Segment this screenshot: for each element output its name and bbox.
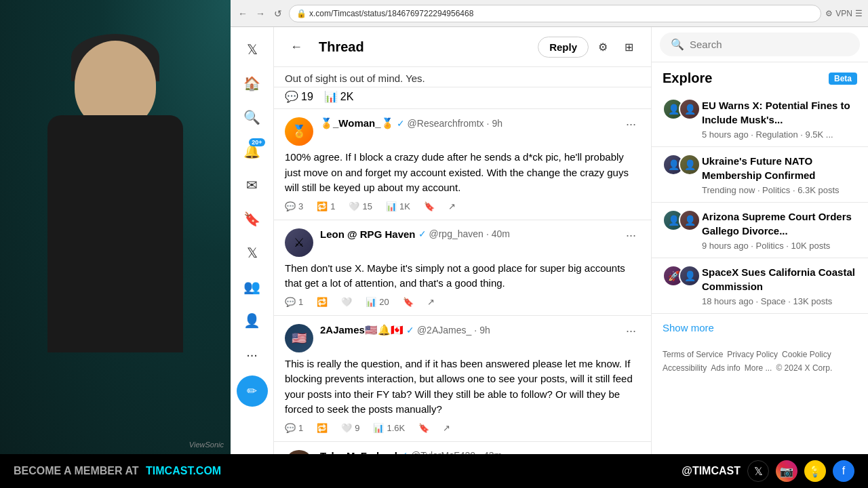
address-bar[interactable]: 🔒 x.com/Timcast/status/18467697222949564… — [289, 5, 821, 22]
vpn-icon[interactable]: VPN — [835, 9, 852, 18]
trending-meta-arizona: 9 hours ago · Politics · 10K posts — [702, 241, 857, 251]
reply-button[interactable]: Reply — [538, 37, 589, 58]
twitter-sidebar: 𝕏 🏠 🔍 🔔 20+ ✉ 🔖 � — [231, 27, 274, 454]
sidebar-item-more[interactable]: ··· — [237, 339, 268, 370]
views-action-2ajames[interactable]: 📊 1.6K — [373, 423, 405, 433]
share-action-woman[interactable]: ↗ — [448, 201, 456, 211]
browser-icons: ⚙ VPN ☰ — [825, 9, 863, 18]
tweet-age-2ajames: 9h — [479, 325, 490, 336]
share-icon: ↗ — [443, 423, 450, 433]
like-action-woman[interactable]: 🤍 15 — [349, 201, 372, 211]
bottom-bar: BECOME A MEMBER AT TIMCAST.COM @TIMCAST … — [0, 454, 868, 488]
show-more-button[interactable]: Show more — [652, 314, 868, 342]
bookmark-action-leon[interactable]: 🔖 — [403, 297, 414, 307]
avatar-woman[interactable]: 🏅 — [285, 117, 313, 146]
forward-button[interactable]: → — [254, 7, 267, 20]
trending-headline-spacex: SpaceX Sues California Coastal Commissio… — [702, 265, 857, 293]
top-reply-action[interactable]: 💬 19 — [285, 90, 313, 103]
top-views-action[interactable]: 📊 2K — [324, 90, 354, 103]
footer-cookie[interactable]: Cookie Policy — [782, 350, 831, 359]
sidebar-item-x[interactable]: 𝕏 — [237, 237, 268, 268]
share-action-2ajames[interactable]: ↗ — [443, 423, 450, 433]
like-icon: 🤍 — [341, 423, 352, 433]
retweet-icon: 🔁 — [317, 201, 328, 211]
reply-action-woman[interactable]: 💬 3 — [285, 201, 303, 211]
settings-icon-btn[interactable]: ⚙ — [591, 35, 614, 58]
views-action-woman[interactable]: 📊 1K — [386, 201, 410, 211]
retweet-action-2ajames[interactable]: 🔁 — [317, 423, 328, 433]
sidebar-item-search[interactable]: 🔍 — [237, 102, 268, 133]
like-icon: 🤍 — [349, 201, 359, 211]
avatar-2ajames[interactable]: 🇺🇸 — [285, 324, 313, 352]
extensions-icon[interactable]: ⚙ — [825, 9, 833, 18]
views-action-leon[interactable]: 📊 20 — [366, 297, 389, 307]
share-action-leon[interactable]: ↗ — [427, 297, 435, 307]
trending-item-arizona[interactable]: 👤 👤 Arizona Supreme Court Orders Gallego… — [652, 203, 868, 258]
verified-badge-2ajames: ✓ — [406, 325, 414, 336]
tweet-more-leon[interactable]: ··· — [622, 228, 640, 243]
menu-icon[interactable]: ☰ — [855, 9, 863, 18]
trending-avatar: 👤 — [679, 98, 701, 120]
tweet-leon: ⚔ Leon @ RPG Haven ✓ @rpg_haven · 40m ··… — [274, 220, 651, 316]
footer-terms[interactable]: Terms of Service — [663, 350, 723, 359]
trending-item-eu[interactable]: 👤 👤 EU Warns X: Potential Fines to Inclu… — [652, 92, 868, 147]
back-button[interactable]: ← — [236, 7, 250, 20]
sidebar-item-notifications[interactable]: 🔔 20+ — [237, 136, 268, 167]
post-button[interactable]: ✏ — [237, 375, 268, 407]
x-social-icon[interactable]: 𝕏 — [747, 460, 769, 482]
sidebar-item-profile[interactable]: 👤 — [237, 305, 268, 336]
search-icon: 🔍 — [671, 38, 684, 51]
search-input[interactable] — [690, 39, 849, 50]
search-icon: 🔍 — [243, 109, 260, 125]
url-text: x.com/Timcast/status/1846769722294956468 — [309, 9, 473, 18]
footer-privacy[interactable]: Privacy Policy — [727, 350, 778, 359]
retweet-action-woman[interactable]: 🔁 1 — [317, 201, 335, 211]
bulb-icon[interactable]: 💡 — [804, 460, 826, 482]
tweet-more-woman[interactable]: ··· — [622, 117, 640, 131]
bookmark-action-woman[interactable]: 🔖 — [424, 201, 435, 211]
sidebar-item-home-feed[interactable]: 🏠 — [237, 68, 268, 99]
views-icon: 📊 — [373, 423, 384, 433]
sidebar-item-home[interactable]: 𝕏 — [237, 34, 268, 65]
trending-meta-ukraine: Trending now · Politics · 6.3K posts — [702, 185, 857, 195]
facebook-icon[interactable]: f — [833, 460, 854, 482]
reply-action-2ajames[interactable]: 💬 1 — [285, 423, 303, 433]
refresh-button[interactable]: ↺ — [271, 7, 285, 20]
mail-icon: ✉ — [246, 177, 258, 193]
sliders-icon: ⚙ — [598, 41, 608, 54]
avatar-leon[interactable]: ⚔ — [285, 228, 313, 257]
like-action-leon[interactable]: 🤍 — [341, 297, 352, 307]
tweet-handle-2ajames: @2AJames_ — [417, 325, 471, 336]
trending-item-spacex[interactable]: 🚀 👤 SpaceX Sues California Coastal Commi… — [652, 258, 868, 314]
sidebar-item-messages[interactable]: ✉ — [237, 169, 268, 201]
retweet-action-leon[interactable]: 🔁 — [317, 297, 328, 307]
like-action-2ajames[interactable]: 🤍 9 — [341, 423, 359, 433]
sidebar-item-people[interactable]: 👥 — [237, 271, 268, 302]
footer-more[interactable]: More ... — [745, 363, 772, 373]
reply-icon: 💬 — [285, 201, 296, 211]
trending-item-ukraine[interactable]: 👤 👤 Ukraine's Future NATO Membership Con… — [652, 147, 868, 203]
trending-headline-ukraine: Ukraine's Future NATO Membership Confirm… — [702, 154, 857, 182]
layout-icon-btn[interactable]: ⊞ — [617, 35, 640, 58]
footer-accessibility[interactable]: Accessibility — [663, 363, 707, 373]
bookmark-icon: 🔖 — [243, 211, 260, 227]
back-button[interactable]: ← — [285, 35, 308, 58]
tweet-actions-leon: 💬 1 🔁 🤍 📊 20 — [285, 297, 640, 307]
tweet-time-woman: · — [487, 118, 490, 129]
tweet-more-2ajames[interactable]: ··· — [622, 324, 640, 338]
become-member-text: BECOME A MEMBER AT TIMCAST.COM — [14, 465, 221, 477]
tweet-age-leon: 40m — [492, 228, 510, 239]
tweet-text-2ajames: This is really the question, and if it h… — [285, 357, 640, 418]
search-input-wrap[interactable]: 🔍 — [660, 33, 860, 56]
tweet-name-2ajames: 2AJames🇺🇸🔔🇨🇦 — [320, 324, 403, 336]
tweet-actions-woman: 💬 3 🔁 1 🤍 15 📊 1K — [285, 201, 640, 211]
bookmark-icon: 🔖 — [424, 201, 435, 211]
browser-chrome: ← → ↺ 🔒 x.com/Timcast/status/18467697222… — [231, 0, 868, 27]
footer-ads[interactable]: Ads info — [711, 363, 740, 373]
sidebar-item-bookmarks[interactable]: 🔖 — [237, 203, 268, 235]
instagram-icon[interactable]: 📷 — [776, 460, 797, 482]
bookmark-action-2ajames[interactable]: 🔖 — [418, 423, 429, 433]
more-icon: ··· — [246, 347, 258, 363]
reply-action-leon[interactable]: 💬 1 — [285, 297, 303, 307]
verified-badge-woman: ✓ — [397, 118, 405, 129]
